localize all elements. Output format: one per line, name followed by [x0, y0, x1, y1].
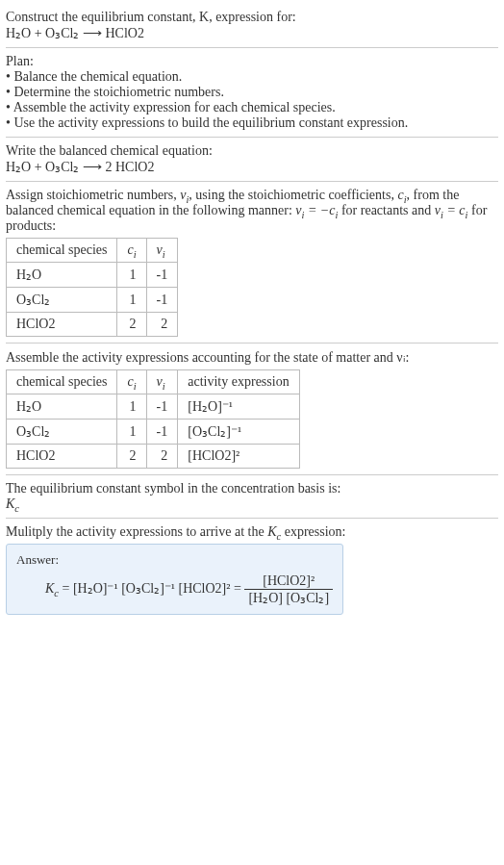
stoich-text-a: Assign stoichiometric numbers,: [6, 188, 180, 202]
symbol-line1: The equilibrium constant symbol in the c…: [6, 481, 498, 496]
cell-vi: -1: [146, 394, 178, 420]
table-row: chemical species ci νi activity expressi…: [7, 370, 300, 394]
intro-section: Construct the equilibrium constant, K, e…: [6, 4, 498, 47]
nu-i: νi: [180, 188, 189, 202]
activity-heading: Assemble the activity expressions accoun…: [6, 349, 498, 366]
cell-ci: 1: [117, 394, 146, 420]
col-ci: ci: [117, 370, 146, 394]
cell-ci: 1: [117, 263, 146, 288]
col-species: chemical species: [7, 370, 117, 394]
table-row: H₂O 1 -1 [H₂O]⁻¹: [7, 394, 300, 420]
answer-box: Answer: Kc = [H₂O]⁻¹ [O₃Cl₂]⁻¹ [HClO2]² …: [6, 544, 343, 615]
balanced-section: Write the balanced chemical equation: H₂…: [6, 138, 498, 181]
cell-species: H₂O: [7, 394, 117, 420]
plan-bullet: • Use the activity expressions to build …: [6, 115, 498, 131]
multiply-section: Mulitply the activity expressions to arr…: [6, 519, 498, 621]
table-row: HClO2 2 2 [HClO2]²: [7, 445, 300, 469]
cell-expr: [O₃Cl₂]⁻¹: [178, 420, 299, 445]
plan-bullet: • Assemble the activity expression for e…: [6, 100, 498, 115]
table-row: H₂O 1 -1: [7, 263, 178, 288]
stoich-text-d: for reactants and: [338, 203, 434, 217]
multiply-heading: Mulitply the activity expressions to arr…: [6, 524, 498, 540]
fraction-denominator: [H₂O] [O₃Cl₂]: [244, 590, 333, 606]
col-species: chemical species: [7, 239, 117, 263]
multiply-text-b: expression:: [281, 524, 345, 539]
cell-ci: 2: [117, 445, 146, 469]
col-vi: νi: [146, 239, 178, 263]
cell-ci: 2: [117, 313, 146, 337]
stoich-table: chemical species ci νi H₂O 1 -1 O₃Cl₂ 1 …: [6, 238, 178, 337]
cell-vi: 2: [146, 445, 178, 469]
cell-species: HClO2: [7, 313, 117, 337]
cell-expr: [H₂O]⁻¹: [178, 394, 299, 420]
cell-ci: 1: [117, 420, 146, 445]
cell-vi: -1: [146, 263, 178, 288]
fraction: [HClO2]² [H₂O] [O₃Cl₂]: [244, 573, 333, 606]
table-row: O₃Cl₂ 1 -1: [7, 288, 178, 313]
answer-expression: Kc = [H₂O]⁻¹ [O₃Cl₂]⁻¹ [HClO2]² = [HClO2…: [16, 573, 333, 606]
stoich-text: Assign stoichiometric numbers, νi, using…: [6, 188, 498, 234]
c-i: ci: [397, 188, 406, 202]
intro-equation: H₂O + O₃Cl₂ ⟶ HClO2: [6, 25, 498, 41]
intro-text: Construct the equilibrium constant, K, e…: [6, 10, 296, 24]
cell-species: O₃Cl₂: [7, 420, 117, 445]
cell-species: O₃Cl₂: [7, 288, 117, 313]
kc-symbol: Kc: [267, 524, 281, 539]
plan-section: Plan: • Balance the chemical equation. •…: [6, 48, 498, 137]
nu-eq-neg-c: νi = −ci: [295, 203, 338, 217]
kc-symbol: Kc: [45, 581, 59, 596]
cell-expr: [HClO2]²: [178, 445, 299, 469]
cell-vi: -1: [146, 420, 178, 445]
symbol-section: The equilibrium constant symbol in the c…: [6, 475, 498, 518]
intro-line1: Construct the equilibrium constant, K, e…: [6, 10, 498, 25]
nu-eq-c: νi = ci: [435, 203, 468, 217]
table-row: O₃Cl₂ 1 -1 [O₃Cl₂]⁻¹: [7, 420, 300, 445]
balanced-equation: H₂O + O₃Cl₂ ⟶ 2 HClO2: [6, 159, 498, 175]
stoich-section: Assign stoichiometric numbers, νi, using…: [6, 182, 498, 343]
cell-vi: 2: [146, 313, 178, 337]
multiply-text-a: Mulitply the activity expressions to arr…: [6, 524, 267, 539]
cell-vi: -1: [146, 288, 178, 313]
symbol-line2: Kc: [6, 496, 498, 512]
col-expr: activity expression: [178, 370, 299, 394]
stoich-text-b: , using the stoichiometric coefficients,: [189, 188, 397, 202]
plan-heading: Plan:: [6, 54, 498, 69]
cell-ci: 1: [117, 288, 146, 313]
activity-table: chemical species ci νi activity expressi…: [6, 369, 300, 469]
activity-section: Assemble the activity expressions accoun…: [6, 343, 498, 474]
table-row: HClO2 2 2: [7, 313, 178, 337]
answer-label: Answer:: [16, 552, 333, 568]
cell-species: H₂O: [7, 263, 117, 288]
plan-bullet: • Determine the stoichiometric numbers.: [6, 85, 498, 100]
cell-species: HClO2: [7, 445, 117, 469]
plan-bullet: • Balance the chemical equation.: [6, 69, 498, 85]
col-ci: ci: [117, 239, 146, 263]
col-vi: νi: [146, 370, 178, 394]
eq-text: = [H₂O]⁻¹ [O₃Cl₂]⁻¹ [HClO2]² =: [63, 581, 245, 596]
fraction-numerator: [HClO2]²: [244, 573, 333, 590]
balanced-heading: Write the balanced chemical equation:: [6, 143, 498, 159]
table-row: chemical species ci νi: [7, 239, 178, 263]
